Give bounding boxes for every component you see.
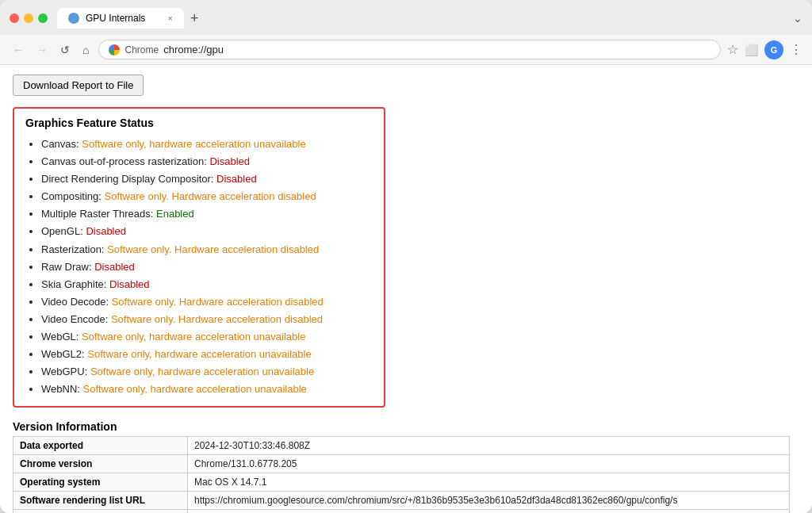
back-button[interactable]: ← [10, 42, 27, 58]
feature-list-item: Rasterization: Software only. Hardware a… [41, 241, 373, 258]
tab-close-button[interactable]: × [168, 13, 173, 23]
download-report-button[interactable]: Download Report to File [13, 75, 144, 96]
active-tab[interactable]: GPU Internals × [57, 8, 184, 29]
table-row: Chrome versionChrome/131.0.6778.205 [13, 455, 790, 473]
feature-list-item: WebNN: Software only, hardware accelerat… [41, 381, 373, 398]
graphics-feature-status-box: Graphics Feature Status Canvas: Software… [13, 107, 385, 408]
graphics-feature-title: Graphics Feature Status [25, 117, 373, 129]
home-button[interactable]: ⌂ [79, 42, 92, 58]
table-row: Driver bug list URLhttps://chromium.goog… [13, 510, 790, 513]
tab-title: GPU Internals [86, 13, 145, 24]
row-key: Software rendering list URL [13, 492, 188, 510]
feature-list-item: WebGL2: Software only, hardware accelera… [41, 346, 373, 363]
traffic-lights [10, 13, 48, 23]
minimize-button[interactable] [24, 13, 33, 23]
address-bar[interactable]: Chrome chrome://gpu [98, 40, 721, 59]
feature-list-item: WebGL: Software only, hardware accelerat… [41, 328, 373, 346]
version-section-title: Version Information [13, 420, 799, 433]
row-value: 2024-12-30T10:33:46.808Z [188, 437, 790, 455]
profile-avatar[interactable]: G [764, 40, 783, 59]
extensions-icon[interactable]: ⬜ [745, 44, 758, 56]
feature-list-item: Video Encode: Software only. Hardware ac… [41, 311, 373, 328]
feature-list-item: OpenGL: Disabled [41, 223, 373, 240]
row-key: Driver bug list URL [13, 510, 188, 513]
title-bar: GPU Internals × + ⌄ [0, 0, 812, 35]
row-value: https://chromium.googlesource.com/chromi… [188, 492, 790, 510]
url-display: chrome://gpu [163, 44, 224, 56]
feature-list-item: Canvas: Software only, hardware accelera… [41, 136, 373, 153]
feature-list-item: Raw Draw: Disabled [41, 258, 373, 276]
page-content: Download Report to File Graphics Feature… [0, 65, 812, 513]
row-key: Operating system [13, 473, 188, 492]
feature-list-item: Direct Rendering Display Compositor: Dis… [41, 170, 373, 188]
feature-list-item: Video Decode: Software only. Hardware ac… [41, 293, 373, 311]
feature-list-item: WebGPU: Software only, hardware accelera… [41, 363, 373, 381]
more-menu-icon[interactable]: ⋮ [790, 42, 802, 57]
table-row: Operating systemMac OS X 14.7.1 [13, 473, 790, 492]
tab-favicon-icon [68, 13, 79, 24]
feature-list: Canvas: Software only, hardware accelera… [25, 136, 373, 398]
table-row: Software rendering list URLhttps://chrom… [13, 492, 790, 510]
row-key: Data exported [13, 437, 188, 455]
chrome-logo-icon [109, 44, 120, 56]
row-value: Chrome/131.0.6778.205 [188, 455, 790, 473]
row-key: Chrome version [13, 455, 188, 473]
version-info-table: Data exported2024-12-30T10:33:46.808ZChr… [13, 436, 790, 513]
chrome-label: Chrome [124, 44, 159, 56]
browser-window: GPU Internals × + ⌄ ← → ↺ ⌂ Chrome chrom… [0, 0, 812, 513]
row-value: https://chromium.googlesource.com/chromi… [188, 510, 790, 513]
feature-list-item: Compositing: Software only. Hardware acc… [41, 188, 373, 205]
close-button[interactable] [10, 13, 19, 23]
bookmark-icon[interactable]: ☆ [727, 42, 738, 57]
table-row: Data exported2024-12-30T10:33:46.808Z [13, 437, 790, 455]
feature-list-item: Skia Graphite: Disabled [41, 276, 373, 293]
feature-list-item: Canvas out-of-process rasterization: Dis… [41, 153, 373, 170]
forward-button[interactable]: → [33, 42, 51, 58]
feature-list-item: Multiple Raster Threads: Enabled [41, 205, 373, 223]
maximize-button[interactable] [38, 13, 48, 23]
row-value: Mac OS X 14.7.1 [188, 473, 790, 492]
tab-bar: GPU Internals × + [57, 8, 793, 29]
nav-bar: ← → ↺ ⌂ Chrome chrome://gpu ☆ ⬜ G ⋮ [0, 35, 812, 65]
window-menu-button[interactable]: ⌄ [793, 12, 802, 25]
new-tab-button[interactable]: + [184, 10, 205, 27]
reload-button[interactable]: ↺ [57, 42, 73, 58]
